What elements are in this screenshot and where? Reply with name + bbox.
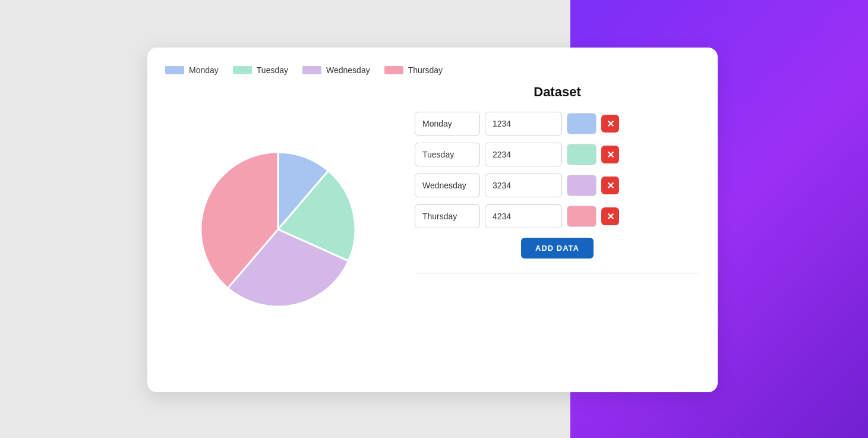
legend-label-monday: Monday bbox=[189, 65, 219, 75]
data-row: ✕ bbox=[415, 174, 700, 197]
color-swatch[interactable] bbox=[567, 113, 596, 134]
legend-item-tuesday: Tuesday bbox=[233, 65, 288, 75]
legend-label-thursday: Thursday bbox=[408, 65, 443, 75]
legend-label-tuesday: Tuesday bbox=[257, 65, 288, 75]
row-value-input[interactable] bbox=[485, 143, 562, 166]
delete-row-button[interactable]: ✕ bbox=[601, 177, 619, 194]
row-label-input[interactable] bbox=[415, 204, 480, 228]
main-card: Monday Tuesday Wednesday Thursday Datase… bbox=[147, 48, 718, 392]
pie-chart bbox=[189, 140, 367, 319]
legend-item-thursday: Thursday bbox=[384, 65, 443, 75]
legend-color-thursday bbox=[384, 66, 403, 74]
row-value-input[interactable] bbox=[485, 112, 562, 136]
data-row: ✕ bbox=[415, 204, 700, 228]
dataset-title: Dataset bbox=[415, 84, 700, 100]
row-value-input[interactable] bbox=[485, 174, 562, 197]
row-value-input[interactable] bbox=[485, 204, 562, 228]
legend-color-monday bbox=[165, 66, 184, 74]
delete-row-button[interactable]: ✕ bbox=[601, 115, 619, 133]
legend-color-wednesday bbox=[302, 66, 321, 74]
data-row: ✕ bbox=[415, 112, 700, 136]
row-label-input[interactable] bbox=[415, 143, 480, 166]
color-swatch[interactable] bbox=[567, 175, 596, 196]
data-row: ✕ bbox=[415, 143, 700, 166]
chart-area bbox=[165, 84, 391, 374]
legend-item-wednesday: Wednesday bbox=[302, 65, 370, 75]
row-label-input[interactable] bbox=[415, 174, 480, 197]
add-data-button[interactable]: ADD DATA bbox=[521, 238, 594, 259]
legend-color-tuesday bbox=[233, 66, 252, 74]
divider bbox=[415, 273, 700, 273]
color-swatch[interactable] bbox=[567, 206, 596, 227]
delete-row-button[interactable]: ✕ bbox=[601, 207, 619, 225]
delete-row-button[interactable]: ✕ bbox=[601, 146, 619, 163]
row-label-input[interactable] bbox=[415, 112, 480, 136]
legend-label-wednesday: Wednesday bbox=[326, 65, 370, 75]
chart-legend: Monday Tuesday Wednesday Thursday bbox=[165, 65, 700, 75]
main-content: Dataset ✕ ✕ ✕ ✕ ADD DATA bbox=[165, 84, 700, 374]
color-swatch[interactable] bbox=[567, 144, 596, 165]
dataset-area: Dataset ✕ ✕ ✕ ✕ ADD DATA bbox=[415, 84, 700, 273]
legend-item-monday: Monday bbox=[165, 65, 219, 75]
